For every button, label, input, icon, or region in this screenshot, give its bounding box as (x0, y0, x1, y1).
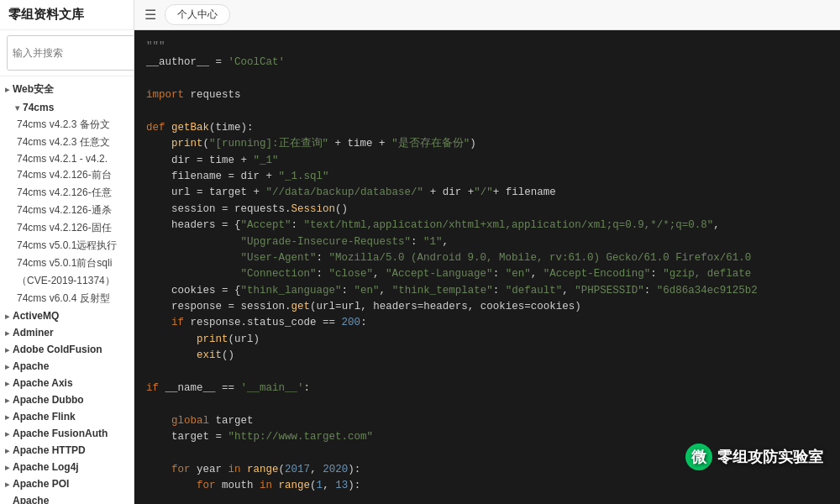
category-label: Apache FusionAuth (13, 428, 108, 439)
category-label: Apache Dubbo (13, 394, 84, 406)
category-apache-log4j[interactable]: ▸ Apache Log4j (0, 459, 134, 475)
arrow-icon: ▸ (5, 396, 9, 405)
list-item[interactable]: 74cms v4.2.3 备份文 (0, 116, 134, 134)
arrow-icon: ▸ (5, 85, 9, 94)
menu-icon[interactable]: ☰ (144, 7, 156, 23)
arrow-icon: ▸ (5, 446, 9, 455)
sidebar: 零组资料文库 搜索 ▸ Web安全 ▾ 74cms 74cms v4.2.3 备… (0, 0, 134, 504)
category-activemq[interactable]: ▸ ActiveMQ (0, 307, 134, 324)
list-item[interactable]: 74cms v5.0.1前台sqli (0, 255, 134, 272)
code-content: """ __author__ = 'CoolCat' import reques… (146, 39, 828, 495)
category-apache-flink[interactable]: ▸ Apache Flink (0, 408, 134, 425)
category-apache-httpd[interactable]: ▸ Apache HTTPD (0, 442, 134, 459)
list-item[interactable]: （CVE-2019-11374） (0, 272, 134, 290)
list-item[interactable]: 74cms v4.2.126-通杀 (0, 202, 134, 219)
category-label: ActiveMQ (13, 310, 59, 322)
arrow-icon: ▸ (5, 480, 9, 489)
main-area: ☰ 个人中心 """ __author__ = 'CoolCat' import… (134, 0, 840, 504)
list-item[interactable]: 74cms v4.2.1 - v4.2. (0, 151, 134, 166)
category-label: Adminer (13, 327, 54, 339)
category-apache-dubbo[interactable]: ▸ Apache Dubbo (0, 391, 134, 408)
arrow-icon: ▾ (15, 103, 19, 113)
list-item[interactable]: 74cms v4.2.3 任意文 (0, 134, 134, 151)
category-label: Apache Axis (13, 377, 73, 389)
category-adobe[interactable]: ▸ Adobe ColdFusion (0, 341, 134, 358)
category-adminer[interactable]: ▸ Adminer (0, 324, 134, 341)
search-input[interactable] (7, 35, 134, 71)
personal-center-button[interactable]: 个人中心 (165, 4, 230, 25)
category-apache[interactable]: ▸ Apache (0, 358, 134, 375)
list-item[interactable]: 74cms v4.2.126-固任 (0, 219, 134, 237)
code-area[interactable]: """ __author__ = 'CoolCat' import reques… (134, 30, 840, 504)
watermark: 微 零组攻防实验室 (685, 444, 823, 470)
arrow-icon: ▸ (5, 345, 9, 354)
category-label: Apache HTTPD (13, 444, 86, 456)
nav-tree: ▸ Web安全 ▾ 74cms 74cms v4.2.3 备份文 74cms v… (0, 76, 134, 504)
category-label: 74cms (23, 102, 54, 113)
search-area: 搜索 (0, 30, 134, 76)
category-label: Apache ShardingSphere (13, 495, 127, 504)
arrow-icon: ▸ (5, 463, 9, 472)
arrow-icon: ▸ (5, 362, 9, 371)
list-item[interactable]: 74cms v6.0.4 反射型 (0, 290, 134, 307)
category-apache-fusionauth[interactable]: ▸ Apache FusionAuth (0, 425, 134, 442)
category-74cms[interactable]: ▾ 74cms (0, 99, 134, 116)
sidebar-header: 零组资料文库 (0, 0, 134, 30)
category-label: Apache POI (13, 478, 69, 490)
arrow-icon: ▸ (5, 429, 9, 438)
category-label: Apache (13, 360, 49, 372)
sidebar-title: 零组资料文库 (8, 7, 125, 23)
arrow-icon: ▸ (5, 312, 9, 321)
arrow-icon: ▸ (5, 379, 9, 388)
category-label: Adobe ColdFusion (13, 344, 102, 355)
category-apache-poi[interactable]: ▸ Apache POI (0, 475, 134, 492)
arrow-icon: ▸ (5, 328, 9, 338)
wechat-icon: 微 (685, 444, 712, 470)
arrow-icon: ▸ (5, 412, 9, 422)
list-item[interactable]: 74cms v5.0.1远程执行 (0, 237, 134, 255)
category-label: Apache Flink (13, 411, 76, 423)
watermark-text: 零组攻防实验室 (717, 447, 823, 467)
category-apache-shardingsphere[interactable]: ▸ Apache ShardingSphere (0, 492, 134, 504)
category-label: Web安全 (13, 82, 54, 97)
category-label: Apache Log4j (13, 461, 79, 473)
list-item[interactable]: 74cms v4.2.126-前台 (0, 166, 134, 184)
category-apache-axis[interactable]: ▸ Apache Axis (0, 375, 134, 391)
category-web-security[interactable]: ▸ Web安全 (0, 80, 134, 99)
topbar: ☰ 个人中心 (134, 0, 840, 30)
list-item[interactable]: 74cms v4.2.126-任意 (0, 184, 134, 202)
